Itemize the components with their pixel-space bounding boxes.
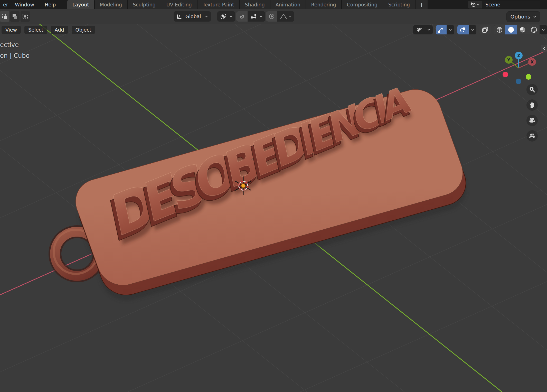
- show-gizmos-toggle[interactable]: [436, 25, 447, 34]
- camera-icon: [529, 117, 536, 124]
- snap-toggle-button[interactable]: [236, 11, 248, 22]
- toggle-orthographic-button[interactable]: [526, 130, 538, 142]
- object-origin-dot: [241, 184, 245, 188]
- sidebar-collapse-arrow[interactable]: [541, 45, 547, 52]
- options-label: Options: [510, 14, 530, 20]
- workspace-tab-shading[interactable]: Shading: [240, 0, 270, 9]
- gizmo-axis-y[interactable]: Y: [505, 56, 513, 64]
- keychain-model[interactable]: DDDEEESSSOOOBBBEEEDDDIIIEEENNNCCCIIIAAA: [54, 77, 473, 306]
- select-mode-subtract-button[interactable]: [21, 11, 30, 22]
- menu-er[interactable]: er: [2, 0, 10, 9]
- svg-text:Z: Z: [517, 53, 520, 58]
- rendered-shading-icon: [530, 26, 537, 33]
- camera-view-button[interactable]: [526, 115, 538, 126]
- transform-orientation-dropdown[interactable]: Global: [174, 11, 211, 22]
- zoom-button[interactable]: [526, 84, 538, 95]
- proportional-edit-group: [266, 11, 294, 22]
- snap-settings-dropdown[interactable]: [248, 11, 265, 22]
- falloff-curve-icon: [280, 13, 287, 20]
- select-mode-extend-button[interactable]: [10, 11, 20, 22]
- workspace-tab-animation[interactable]: Animation: [270, 0, 306, 9]
- scene-name[interactable]: Scene: [482, 1, 540, 8]
- viewport-menu-object[interactable]: Object: [72, 26, 95, 34]
- tool-settings-bar: Global: [0, 9, 547, 24]
- snapping-group: [236, 11, 265, 22]
- gizmo-axis-negative[interactable]: [516, 79, 521, 84]
- snap-magnet-icon: [239, 13, 245, 20]
- snap-increment-icon: [250, 13, 258, 20]
- viewport-3d[interactable]: DDDEEESSSOOOBBBEEEDDDIIIEEENNNCCCIIIAAA …: [0, 24, 547, 392]
- shading-wireframe-button[interactable]: [494, 25, 505, 34]
- material-preview-shading-icon: [519, 26, 526, 33]
- chevron-down-icon: [471, 29, 474, 31]
- visibility-dropdown[interactable]: [425, 25, 433, 34]
- gizmo-axis-negative[interactable]: [503, 72, 508, 77]
- viewport-menu-select[interactable]: Select: [24, 26, 47, 34]
- workspace-tabs: LayoutModelingSculptingUV EditingTexture…: [67, 0, 428, 9]
- options-dropdown[interactable]: Options: [506, 11, 540, 22]
- shading-dropdown[interactable]: [540, 25, 547, 34]
- show-overlays-toggle[interactable]: [457, 25, 469, 34]
- navigation-gizmo[interactable]: ZYX: [495, 41, 544, 85]
- wireframe-shading-icon: [496, 26, 503, 33]
- gizmo-axis-z[interactable]: Z: [515, 52, 523, 59]
- chevron-down-icon: [205, 15, 208, 18]
- shading-solid-button[interactable]: [505, 25, 517, 34]
- select-subtract-icon: [22, 14, 28, 19]
- shading-rendered-button[interactable]: [528, 25, 540, 34]
- shading-material-button[interactable]: [517, 25, 528, 34]
- viewport-menu-add[interactable]: Add: [51, 26, 68, 34]
- workspace-tab-sculpting[interactable]: Sculpting: [128, 0, 161, 9]
- scene-icon: [470, 2, 477, 8]
- chevron-down-icon: [449, 29, 452, 31]
- workspace-tab-texture-paint[interactable]: Texture Paint: [197, 0, 240, 9]
- chevron-down-icon: [259, 15, 263, 18]
- viewport-header: ViewSelectAddObject: [2, 26, 95, 34]
- viewport-menu-view[interactable]: View: [2, 26, 21, 34]
- workspace-tab-rendering[interactable]: Rendering: [306, 0, 342, 9]
- perspective-grid-icon: [529, 133, 536, 139]
- chevron-down-icon: [427, 29, 431, 31]
- gizmos-dropdown[interactable]: [447, 25, 454, 34]
- zoom-in-icon: [529, 86, 535, 93]
- object-visibility-button[interactable]: [413, 25, 425, 34]
- proportional-editing-icon: [268, 13, 275, 20]
- chevron-left-icon: [542, 47, 545, 50]
- scene-selector: Scene: [468, 1, 540, 9]
- blender-window: erWindowHelp LayoutModelingSculptingUV E…: [0, 0, 547, 392]
- gizmo-axis-x[interactable]: X: [528, 58, 536, 66]
- menu-window[interactable]: Window: [13, 0, 36, 9]
- chevron-down-icon: [477, 3, 480, 6]
- proportional-falloff-dropdown[interactable]: [277, 11, 294, 22]
- chevron-down-icon: [533, 15, 536, 18]
- workspace-tab-uv-editing[interactable]: UV Editing: [161, 0, 197, 9]
- svg-text:X: X: [531, 60, 534, 64]
- chevron-down-icon: [288, 15, 292, 18]
- scene-browse-button[interactable]: [468, 1, 482, 8]
- select-mode-new-button[interactable]: [0, 11, 9, 22]
- add-workspace-button[interactable]: +: [416, 0, 428, 9]
- chevron-down-icon: [229, 15, 233, 18]
- pan-button[interactable]: [526, 99, 538, 111]
- gizmo-axis-negative[interactable]: [526, 74, 531, 80]
- overlays-group: [457, 25, 476, 34]
- workspace-tab-modeling[interactable]: Modeling: [95, 0, 128, 9]
- workspace-tab-scripting[interactable]: Scripting: [383, 0, 416, 9]
- menu-help[interactable]: Help: [43, 0, 57, 9]
- top-menu-bar: erWindowHelp LayoutModelingSculptingUV E…: [0, 0, 547, 9]
- view-perspective-label: ective: [0, 40, 30, 50]
- gizmos-group: [436, 25, 454, 34]
- workspace-tab-layout[interactable]: Layout: [67, 0, 95, 9]
- visibility-eye-icon: [415, 26, 423, 33]
- svg-text:Y: Y: [507, 58, 511, 62]
- workspace-tab-compositing[interactable]: Compositing: [342, 0, 383, 9]
- chevron-down-icon: [542, 29, 545, 31]
- viewport-info-overlay: ective on | Cubo: [0, 40, 30, 61]
- toggle-xray-button[interactable]: [479, 25, 491, 34]
- proportional-edit-toggle[interactable]: [266, 11, 277, 22]
- visibility-group: [413, 25, 433, 34]
- pivot-point-dropdown[interactable]: [217, 11, 235, 22]
- active-object-label: on | Cubo: [0, 50, 30, 61]
- pivot-point-icon: [220, 13, 227, 20]
- overlays-dropdown[interactable]: [469, 25, 476, 34]
